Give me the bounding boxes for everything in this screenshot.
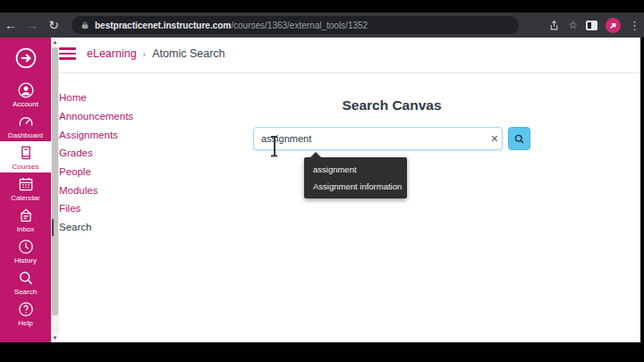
mouse-ibeam-cursor bbox=[271, 136, 277, 156]
screen: ← → ↻ bestpracticenet.instructure.com/co… bbox=[0, 0, 644, 362]
sidebar-item-account[interactable]: Account bbox=[0, 79, 51, 110]
breadcrumb-course-link[interactable]: eLearning bbox=[87, 47, 137, 60]
page-title: Search Canvas bbox=[253, 97, 530, 114]
canvas-page: Account Dashboard Courses bbox=[0, 38, 640, 342]
courses-icon bbox=[17, 144, 35, 162]
search-icon bbox=[17, 269, 35, 287]
browser-toolbar: ← → ↻ bestpracticenet.instructure.com/co… bbox=[0, 13, 644, 38]
clear-search-icon[interactable]: × bbox=[491, 127, 498, 150]
institution-logo[interactable] bbox=[0, 38, 51, 79]
search-submit-button[interactable] bbox=[508, 127, 530, 150]
search-input-wrap: × bbox=[253, 127, 503, 150]
search-input[interactable] bbox=[253, 127, 503, 150]
inbox-icon bbox=[17, 206, 35, 224]
bookmark-star-icon[interactable]: ☆ bbox=[568, 19, 578, 31]
sidebar-item-label: Courses bbox=[13, 164, 39, 171]
sidebar-item-calendar[interactable]: Calendar bbox=[0, 173, 51, 204]
side-panel-icon[interactable] bbox=[586, 21, 597, 30]
sidebar-item-label: Help bbox=[18, 320, 32, 327]
breadcrumb: eLearning › Atomic Search bbox=[59, 47, 225, 60]
browser-profile-avatar[interactable]: ➜ bbox=[606, 18, 621, 33]
browser-back-button[interactable]: ← bbox=[0, 18, 21, 32]
search-suggestions-dropdown: assignment Assignment information bbox=[304, 157, 407, 198]
course-nav-item-modules[interactable]: Modules bbox=[59, 181, 175, 199]
course-nav-item-search[interactable]: Search bbox=[59, 218, 175, 237]
dashboard-icon bbox=[17, 113, 35, 130]
browser-menu-icon[interactable]: ⋮ bbox=[629, 19, 640, 32]
url-text: bestpracticenet.instructure.com/courses/… bbox=[95, 21, 368, 30]
lock-icon bbox=[80, 21, 89, 30]
header-divider bbox=[59, 72, 640, 73]
account-icon bbox=[17, 81, 35, 99]
sidebar-item-label: History bbox=[14, 257, 37, 265]
help-icon bbox=[17, 300, 35, 318]
url-domain: bestpracticenet.instructure.com bbox=[95, 21, 231, 30]
sidebar-item-label: Dashboard bbox=[8, 132, 43, 139]
sidebar-item-label: Search bbox=[14, 289, 37, 296]
breadcrumb-separator: › bbox=[143, 48, 147, 59]
sidebar-item-search[interactable]: Search bbox=[0, 266, 51, 298]
course-nav-item-people[interactable]: People bbox=[59, 163, 175, 181]
sidebar-item-history[interactable]: History bbox=[0, 235, 51, 266]
sidebar-item-label: Inbox bbox=[17, 226, 35, 233]
arrow-circle-logo-icon bbox=[14, 46, 38, 70]
letterbox-top bbox=[0, 0, 644, 13]
calendar-icon bbox=[17, 175, 35, 193]
browser-reload-button[interactable]: ↻ bbox=[43, 18, 64, 32]
url-path: /courses/1363/external_tools/1352 bbox=[231, 21, 368, 30]
sidebar-item-help[interactable]: Help bbox=[0, 298, 51, 329]
browser-forward-button[interactable]: → bbox=[21, 18, 43, 32]
sidebar-item-inbox[interactable]: Inbox bbox=[0, 204, 51, 235]
suggestion-item[interactable]: Assignment information bbox=[304, 178, 407, 195]
scrollbar-thumb[interactable] bbox=[52, 47, 58, 316]
breadcrumb-current-page: Atomic Search bbox=[152, 47, 225, 60]
letterbox-bottom bbox=[0, 342, 644, 362]
course-nav-item-files[interactable]: Files bbox=[59, 199, 175, 218]
scroll-down-arrow-icon[interactable]: ▼ bbox=[51, 333, 59, 342]
course-nav-item-home[interactable]: Home bbox=[59, 88, 175, 107]
sidebar-item-label: Calendar bbox=[11, 195, 39, 202]
sidebar-item-label: Account bbox=[13, 101, 38, 108]
global-nav-sidebar: Account Dashboard Courses bbox=[0, 38, 51, 342]
search-bar: × bbox=[253, 127, 530, 150]
sidebar-item-courses[interactable]: Courses bbox=[0, 141, 51, 173]
scroll-up-arrow-icon[interactable]: ▲ bbox=[51, 38, 59, 46]
history-icon bbox=[17, 238, 35, 256]
page-scrollbar[interactable]: ▲ ▼ bbox=[51, 38, 59, 342]
share-icon[interactable] bbox=[548, 20, 560, 31]
browser-actions: ☆ ➜ ⋮ bbox=[548, 18, 640, 33]
magnifier-icon bbox=[513, 133, 525, 145]
course-nav-item-assignments[interactable]: Assignments bbox=[59, 125, 175, 144]
hamburger-menu-icon[interactable] bbox=[59, 47, 76, 60]
address-bar[interactable]: bestpracticenet.instructure.com/courses/… bbox=[72, 16, 519, 34]
suggestion-item[interactable]: assignment bbox=[304, 161, 407, 178]
sidebar-item-dashboard[interactable]: Dashboard bbox=[0, 110, 51, 141]
course-nav: Home Announcements Assignments Grades Pe… bbox=[59, 88, 175, 237]
course-nav-item-announcements[interactable]: Announcements bbox=[59, 107, 175, 126]
course-nav-item-grades[interactable]: Grades bbox=[59, 144, 175, 163]
